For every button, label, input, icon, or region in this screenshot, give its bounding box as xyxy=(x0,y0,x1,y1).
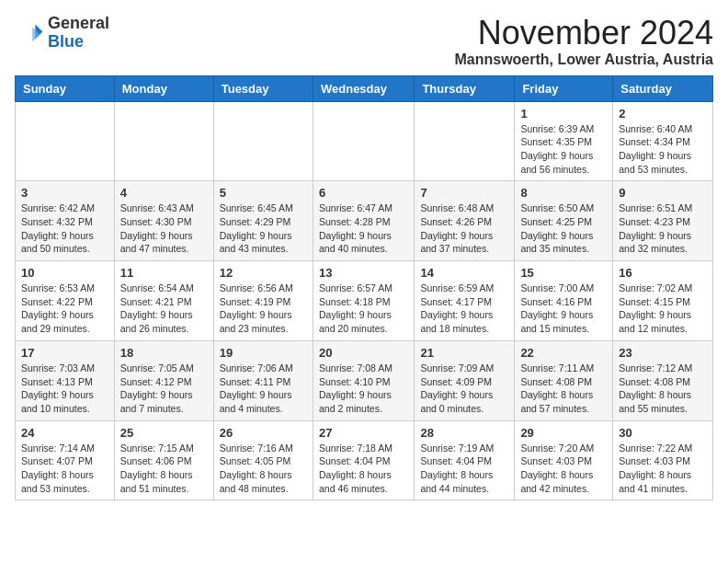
day-of-week-header: Sunday xyxy=(16,75,115,101)
day-info: Sunrise: 7:16 AM Sunset: 4:05 PM Dayligh… xyxy=(220,442,307,496)
calendar-cell: 4Sunrise: 6:43 AM Sunset: 4:30 PM Daylig… xyxy=(114,181,213,261)
day-info: Sunrise: 6:53 AM Sunset: 4:22 PM Dayligh… xyxy=(21,282,108,336)
day-info: Sunrise: 7:05 AM Sunset: 4:12 PM Dayligh… xyxy=(120,362,208,416)
calendar-cell xyxy=(313,101,414,181)
day-number: 11 xyxy=(120,266,208,280)
day-number: 21 xyxy=(420,346,508,360)
day-of-week-header: Friday xyxy=(515,75,613,101)
day-number: 29 xyxy=(520,426,607,440)
day-info: Sunrise: 6:50 AM Sunset: 4:25 PM Dayligh… xyxy=(520,201,607,256)
day-number: 13 xyxy=(319,266,408,280)
calendar-cell: 22Sunrise: 7:11 AM Sunset: 4:08 PM Dayli… xyxy=(515,340,613,420)
day-number: 3 xyxy=(21,186,108,200)
logo-text: General Blue xyxy=(48,15,109,52)
day-info: Sunrise: 6:54 AM Sunset: 4:21 PM Dayligh… xyxy=(120,282,208,336)
day-number: 7 xyxy=(420,186,508,200)
day-info: Sunrise: 7:14 AM Sunset: 4:07 PM Dayligh… xyxy=(21,442,108,496)
calendar-week-row: 24Sunrise: 7:14 AM Sunset: 4:07 PM Dayli… xyxy=(16,420,713,500)
day-info: Sunrise: 6:57 AM Sunset: 4:18 PM Dayligh… xyxy=(319,282,408,336)
day-info: Sunrise: 7:08 AM Sunset: 4:10 PM Dayligh… xyxy=(319,362,408,416)
day-info: Sunrise: 6:39 AM Sunset: 4:35 PM Dayligh… xyxy=(520,122,607,177)
day-number: 30 xyxy=(619,426,707,440)
day-info: Sunrise: 7:20 AM Sunset: 4:03 PM Dayligh… xyxy=(520,442,607,496)
title-block: November 2024 Mannswoerth, Lower Austria… xyxy=(454,15,713,68)
day-info: Sunrise: 7:15 AM Sunset: 4:06 PM Dayligh… xyxy=(120,442,208,496)
month-title: November 2024 xyxy=(454,15,713,52)
calendar-cell: 9Sunrise: 6:51 AM Sunset: 4:23 PM Daylig… xyxy=(613,181,713,261)
day-number: 28 xyxy=(420,426,508,440)
calendar-cell xyxy=(213,101,313,181)
day-number: 12 xyxy=(220,266,307,280)
calendar-cell: 17Sunrise: 7:03 AM Sunset: 4:13 PM Dayli… xyxy=(16,340,115,420)
day-info: Sunrise: 7:19 AM Sunset: 4:04 PM Dayligh… xyxy=(420,442,508,496)
day-number: 8 xyxy=(520,186,607,200)
calendar-table: SundayMondayTuesdayWednesdayThursdayFrid… xyxy=(15,75,713,501)
calendar-cell: 12Sunrise: 6:56 AM Sunset: 4:19 PM Dayli… xyxy=(213,261,313,341)
day-number: 2 xyxy=(619,107,707,121)
day-number: 9 xyxy=(619,186,707,200)
calendar-week-row: 1Sunrise: 6:39 AM Sunset: 4:35 PM Daylig… xyxy=(16,101,713,181)
day-info: Sunrise: 6:43 AM Sunset: 4:30 PM Dayligh… xyxy=(120,201,208,256)
day-info: Sunrise: 7:06 AM Sunset: 4:11 PM Dayligh… xyxy=(220,362,307,416)
calendar-body: 1Sunrise: 6:39 AM Sunset: 4:35 PM Daylig… xyxy=(16,101,713,500)
calendar-header: SundayMondayTuesdayWednesdayThursdayFrid… xyxy=(16,75,713,101)
calendar-cell: 23Sunrise: 7:12 AM Sunset: 4:08 PM Dayli… xyxy=(613,340,713,420)
day-of-week-header: Wednesday xyxy=(313,75,414,101)
page-header: General Blue November 2024 Mannswoerth, … xyxy=(15,15,713,68)
day-info: Sunrise: 7:22 AM Sunset: 4:03 PM Dayligh… xyxy=(619,442,707,496)
calendar-cell: 7Sunrise: 6:48 AM Sunset: 4:26 PM Daylig… xyxy=(415,181,515,261)
calendar-cell: 13Sunrise: 6:57 AM Sunset: 4:18 PM Dayli… xyxy=(313,261,414,341)
calendar-cell: 19Sunrise: 7:06 AM Sunset: 4:11 PM Dayli… xyxy=(213,340,313,420)
day-info: Sunrise: 6:47 AM Sunset: 4:28 PM Dayligh… xyxy=(319,201,408,256)
day-info: Sunrise: 6:59 AM Sunset: 4:17 PM Dayligh… xyxy=(420,282,508,336)
calendar-cell: 28Sunrise: 7:19 AM Sunset: 4:04 PM Dayli… xyxy=(415,420,515,500)
calendar-cell xyxy=(16,101,115,181)
day-number: 15 xyxy=(520,266,607,280)
calendar-cell: 15Sunrise: 7:00 AM Sunset: 4:16 PM Dayli… xyxy=(515,261,613,341)
day-info: Sunrise: 7:11 AM Sunset: 4:08 PM Dayligh… xyxy=(520,362,607,416)
day-number: 5 xyxy=(220,186,307,200)
location-subtitle: Mannswoerth, Lower Austria, Austria xyxy=(454,52,713,68)
day-number: 25 xyxy=(120,426,208,440)
day-number: 4 xyxy=(120,186,208,200)
day-info: Sunrise: 6:56 AM Sunset: 4:19 PM Dayligh… xyxy=(220,282,307,336)
calendar-week-row: 3Sunrise: 6:42 AM Sunset: 4:32 PM Daylig… xyxy=(16,181,713,261)
day-of-week-header: Saturday xyxy=(613,75,713,101)
day-info: Sunrise: 6:45 AM Sunset: 4:29 PM Dayligh… xyxy=(220,201,307,256)
day-of-week-header: Thursday xyxy=(415,75,515,101)
logo-icon xyxy=(15,18,44,48)
calendar-cell: 24Sunrise: 7:14 AM Sunset: 4:07 PM Dayli… xyxy=(16,420,115,500)
day-number: 22 xyxy=(520,346,607,360)
calendar-cell: 14Sunrise: 6:59 AM Sunset: 4:17 PM Dayli… xyxy=(415,261,515,341)
calendar-cell: 26Sunrise: 7:16 AM Sunset: 4:05 PM Dayli… xyxy=(213,420,313,500)
day-number: 23 xyxy=(619,346,707,360)
calendar-cell xyxy=(114,101,213,181)
calendar-cell: 11Sunrise: 6:54 AM Sunset: 4:21 PM Dayli… xyxy=(114,261,213,341)
calendar-cell: 25Sunrise: 7:15 AM Sunset: 4:06 PM Dayli… xyxy=(114,420,213,500)
calendar-cell: 29Sunrise: 7:20 AM Sunset: 4:03 PM Dayli… xyxy=(515,420,613,500)
day-number: 17 xyxy=(21,346,108,360)
calendar-cell xyxy=(415,101,515,181)
days-of-week-row: SundayMondayTuesdayWednesdayThursdayFrid… xyxy=(16,75,713,101)
day-number: 27 xyxy=(319,426,408,440)
calendar-week-row: 10Sunrise: 6:53 AM Sunset: 4:22 PM Dayli… xyxy=(16,261,713,341)
calendar-cell: 3Sunrise: 6:42 AM Sunset: 4:32 PM Daylig… xyxy=(16,181,115,261)
day-number: 10 xyxy=(21,266,108,280)
day-number: 24 xyxy=(21,426,108,440)
day-number: 19 xyxy=(220,346,307,360)
day-info: Sunrise: 7:18 AM Sunset: 4:04 PM Dayligh… xyxy=(319,442,408,496)
calendar-cell: 10Sunrise: 6:53 AM Sunset: 4:22 PM Dayli… xyxy=(16,261,115,341)
calendar-cell: 1Sunrise: 6:39 AM Sunset: 4:35 PM Daylig… xyxy=(515,101,613,181)
day-info: Sunrise: 7:12 AM Sunset: 4:08 PM Dayligh… xyxy=(619,362,707,416)
calendar-cell: 5Sunrise: 6:45 AM Sunset: 4:29 PM Daylig… xyxy=(213,181,313,261)
day-number: 6 xyxy=(319,186,408,200)
calendar-cell: 21Sunrise: 7:09 AM Sunset: 4:09 PM Dayli… xyxy=(415,340,515,420)
calendar-week-row: 17Sunrise: 7:03 AM Sunset: 4:13 PM Dayli… xyxy=(16,340,713,420)
day-of-week-header: Tuesday xyxy=(213,75,313,101)
day-info: Sunrise: 6:40 AM Sunset: 4:34 PM Dayligh… xyxy=(619,122,707,177)
calendar-cell: 18Sunrise: 7:05 AM Sunset: 4:12 PM Dayli… xyxy=(114,340,213,420)
day-number: 26 xyxy=(220,426,307,440)
day-info: Sunrise: 6:42 AM Sunset: 4:32 PM Dayligh… xyxy=(21,201,108,256)
day-of-week-header: Monday xyxy=(114,75,213,101)
day-info: Sunrise: 7:00 AM Sunset: 4:16 PM Dayligh… xyxy=(520,282,607,336)
